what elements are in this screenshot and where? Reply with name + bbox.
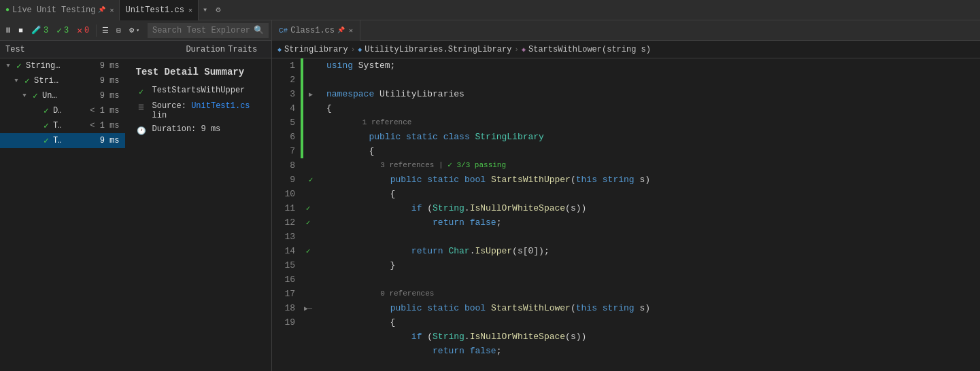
code-line: public static bool StartsWithLower(this … — [326, 301, 980, 315]
detail-source-row: ☰ Source: UnitTest1.cs lin — [136, 101, 261, 120]
live-unit-icon: ● — [5, 6, 10, 14]
test-row[interactable]: ▼ ✓ StringLibraryTests (3) 9 ms — [0, 58, 125, 73]
line-num: 10 — [272, 187, 295, 201]
search-box[interactable]: 🔍 — [148, 23, 269, 38]
breadcrumb-class[interactable]: StringLibrary — [284, 45, 348, 54]
code-line: namespace UtilityLibraries — [326, 87, 980, 101]
test-name: StringLibraryTest (3) — [34, 76, 61, 86]
passed-icon: ✓ — [56, 25, 62, 36]
source-icon: ☰ — [136, 102, 147, 113]
line-num: 7 — [272, 144, 295, 158]
code-lines[interactable]: using System; namespace UtilityLibraries… — [321, 58, 980, 371]
breadcrumb-method[interactable]: StartsWithLower(string s) — [528, 45, 651, 54]
stop-button[interactable]: ■ — [16, 23, 26, 38]
test-row[interactable]: ✓ DirectCallWithNullOrE... < 1 ms — [0, 103, 125, 118]
group-button[interactable]: ☰ — [101, 23, 111, 38]
test-duration-selected: 9 ms — [61, 136, 122, 145]
expand-icon[interactable]: ▼ — [19, 90, 30, 101]
line-num: 2 — [272, 73, 295, 87]
code-line: { — [326, 101, 980, 116]
test-duration: 9 ms — [61, 61, 122, 71]
code-area[interactable]: 1 2 3 4 5 6 7 8 9 10 11 12 13 14 15 16 1… — [272, 58, 980, 371]
detail-test-name: TestStartsWithUpper — [152, 86, 246, 95]
passed-icon: ✓ — [14, 60, 24, 71]
line-num: 8 — [272, 158, 295, 173]
tab-pin-icon: 📌 — [98, 6, 105, 14]
flask-icon: 🧪 — [31, 25, 41, 35]
line-num: 3 — [272, 87, 295, 101]
line-num: 9 — [272, 173, 295, 187]
expand-icon[interactable]: ▼ — [3, 60, 14, 71]
tab-live-unit-testing[interactable]: ● Live Unit Testing 📌 ✕ — [0, 0, 120, 20]
tab-unittest-label: UnitTest1.cs — [125, 5, 184, 15]
test-name: TestDoesNotStartWith... — [53, 121, 61, 130]
expand-placeholder — [30, 120, 41, 131]
test-row[interactable]: ▼ ✓ StringLibraryTest (3) 9 ms — [0, 73, 125, 88]
line-num: 13 — [272, 230, 295, 244]
line-num: 18 — [272, 301, 295, 315]
tab-live-label: Live Unit Testing — [12, 5, 95, 15]
test-row[interactable]: ▼ ✓ UnitTest1 (3) 9 ms — [0, 88, 125, 103]
passed-icon: ✓ — [41, 120, 52, 131]
line-num: 12 — [272, 215, 295, 230]
tab-dropdown-btn[interactable]: ▾ — [199, 5, 212, 15]
test-tree: ▼ ✓ StringLibraryTests (3) 9 ms ▼ ✓ Stri… — [0, 58, 125, 371]
code-line: public static class StringLibrary — [326, 130, 980, 144]
code-line: 1 reference — [326, 116, 980, 130]
expand-placeholder — [30, 135, 41, 146]
source-line: lin — [152, 111, 167, 120]
passed-count-badge: 3 — [44, 26, 48, 35]
detail-test-name-row: ✓ TestStartsWithUpper — [136, 86, 261, 97]
code-editor-pane: C# Class1.cs 📌 ✕ ◆ StringLibrary › ◆ Uti… — [272, 20, 980, 371]
tab-unittest-close[interactable]: ✕ — [188, 6, 192, 14]
editor-tab-class1-close[interactable]: ✕ — [349, 26, 353, 35]
test-row-selected[interactable]: ✓ TestStartsWithUpper 9 ms — [0, 133, 125, 148]
breadcrumb-lib[interactable]: UtilityLibraries.StringLibrary — [365, 45, 511, 54]
code-line: 3 references | ✓ 3/3 passing — [326, 158, 980, 173]
passed-tests-button[interactable]: ✓ 3 — [54, 23, 71, 38]
duration-value: 9 ms — [201, 124, 221, 134]
tab-live-close[interactable]: ✕ — [109, 6, 114, 14]
settings-button[interactable]: ⚙ ▾ — [126, 23, 142, 38]
source-label: Source: — [152, 101, 186, 111]
gear-icon: ⚙ — [129, 25, 134, 35]
source-link[interactable]: UnitTest1.cs — [191, 101, 250, 111]
code-line: public static bool StartsWithUpper(this … — [326, 173, 980, 187]
line-num: 17 — [272, 287, 295, 301]
breadcrumb-sep1: › — [351, 46, 356, 54]
search-input[interactable] — [152, 26, 251, 35]
passed-icon: ✓ — [41, 135, 52, 146]
test-duration: 9 ms — [61, 76, 122, 86]
test-duration: 9 ms — [61, 91, 122, 101]
failed-tests-button[interactable]: ✕ 0 — [74, 23, 92, 38]
tab-settings-btn[interactable]: ⚙ — [212, 5, 224, 15]
line-num: 4 — [272, 101, 295, 116]
tab-unittest[interactable]: UnitTest1.cs ✕ — [120, 0, 198, 20]
test-row[interactable]: ✓ TestDoesNotStartWith... < 1 ms — [0, 118, 125, 133]
code-line: } — [326, 258, 980, 272]
passed-icon: ✓ — [41, 105, 52, 116]
code-line: return Char.IsUpper(s[0]); — [326, 244, 980, 258]
breadcrumb-lib-icon: ◆ — [358, 46, 362, 54]
expand-icon[interactable]: ▼ — [11, 75, 22, 86]
passed-icon: ✓ — [30, 90, 41, 101]
editor-tab-class1[interactable]: C# Class1.cs 📌 ✕ — [272, 20, 360, 41]
line-num: 15 — [272, 258, 295, 272]
code-line: { — [326, 315, 980, 330]
pause-button[interactable]: ⏸ — [3, 23, 13, 38]
run-tests-button[interactable]: 🧪 3 — [29, 23, 51, 38]
detail-duration-text: Duration: 9 ms — [152, 124, 221, 134]
line-num: 14 — [272, 244, 295, 258]
line-num: 5 — [272, 116, 295, 130]
clock-icon: 🕐 — [136, 125, 147, 136]
code-line: return false; — [326, 344, 980, 358]
filter-button[interactable]: ⊟ — [114, 23, 124, 38]
test-name-selected: TestStartsWithUpper — [53, 136, 61, 145]
line-num: 16 — [272, 272, 295, 287]
code-line: 0 references — [326, 287, 980, 301]
test-name: StringLibraryTests (3) — [26, 61, 61, 71]
test-explorer-pane: ⏸ ■ 🧪 3 ✓ 3 ✕ 0 ☰ ⊟ ⚙ ▾ 🔍 — [0, 20, 272, 371]
test-name: DirectCallWithNullOrE... — [53, 106, 61, 116]
detail-duration-row: 🕐 Duration: 9 ms — [136, 124, 261, 136]
line-num: 19 — [272, 315, 295, 330]
